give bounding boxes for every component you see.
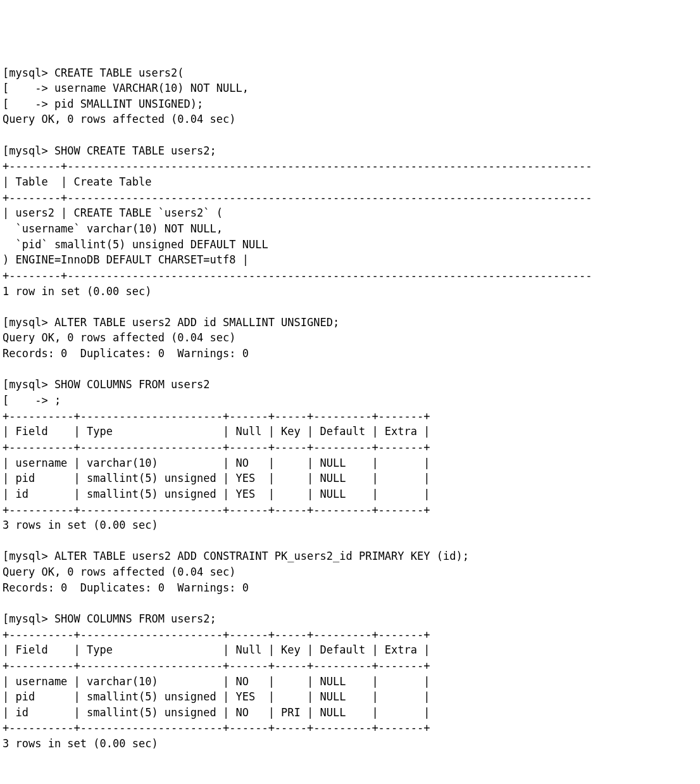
table-border-line: +----------+----------------------+-----… <box>3 439 697 455</box>
mysql-continuation-line: [ -> username VARCHAR(10) NOT NULL, <box>3 80 697 96</box>
mysql-prompt-line: [mysql> ALTER TABLE users2 ADD CONSTRAIN… <box>3 548 697 564</box>
query-ok-line: Query OK, 0 rows affected (0.04 sec) <box>3 564 697 580</box>
terminal-output-line: ) ENGINE=InnoDB DEFAULT CHARSET=utf8 | <box>3 252 697 268</box>
table-header-line: | Field | Type | Null | Key | Default | … <box>3 642 697 658</box>
mysql-prompt-line: [mysql> ALTER TABLE users2 ADD id SMALLI… <box>3 315 697 331</box>
blank-line <box>3 362 697 377</box>
table-row-line: | pid | smallint(5) unsigned | YES | | N… <box>3 471 697 486</box>
query-ok-line: Query OK, 0 rows affected (0.04 sec) <box>3 111 697 127</box>
mysql-prompt-line: [mysql> SHOW COLUMNS FROM users2 <box>3 377 697 393</box>
blank-line <box>3 533 697 549</box>
table-row-line: | id | smallint(5) unsigned | NO | PRI |… <box>3 705 697 721</box>
table-border-line: +--------+------------------------------… <box>3 158 697 174</box>
rows-in-set-line: 1 row in set (0.00 sec) <box>3 284 697 300</box>
table-border-line: +----------+----------------------+-----… <box>3 502 697 518</box>
table-header-line: | Table | Create Table <box>3 174 697 190</box>
table-row-line: | username | varchar(10) | NO | | NULL |… <box>3 455 697 471</box>
table-border-line: +--------+------------------------------… <box>3 268 697 284</box>
blank-line <box>3 595 697 611</box>
table-border-line: +--------+------------------------------… <box>3 190 697 206</box>
rows-in-set-line: 3 rows in set (0.00 sec) <box>3 736 697 752</box>
terminal-output-line: `pid` smallint(5) unsigned DEFAULT NULL <box>3 237 697 253</box>
records-summary-line: Records: 0 Duplicates: 0 Warnings: 0 <box>3 346 697 362</box>
mysql-continuation-line: [ -> pid SMALLINT UNSIGNED); <box>3 96 697 112</box>
mysql-terminal[interactable]: [mysql> CREATE TABLE users2([ -> usernam… <box>3 65 697 752</box>
mysql-continuation-line: [ -> ; <box>3 393 697 408</box>
table-row-line: | username | varchar(10) | NO | | NULL |… <box>3 674 697 690</box>
records-summary-line: Records: 0 Duplicates: 0 Warnings: 0 <box>3 580 697 596</box>
rows-in-set-line: 3 rows in set (0.00 sec) <box>3 517 697 533</box>
blank-line <box>3 127 697 143</box>
table-border-line: +----------+----------------------+-----… <box>3 408 697 424</box>
table-header-line: | Field | Type | Null | Key | Default | … <box>3 424 697 439</box>
mysql-prompt-line: [mysql> CREATE TABLE users2( <box>3 65 697 81</box>
mysql-prompt-line: [mysql> SHOW CREATE TABLE users2; <box>3 143 697 159</box>
table-border-line: +----------+----------------------+-----… <box>3 720 697 736</box>
table-row-line: | pid | smallint(5) unsigned | YES | | N… <box>3 689 697 705</box>
query-ok-line: Query OK, 0 rows affected (0.04 sec) <box>3 330 697 346</box>
terminal-output-line: `username` varchar(10) NOT NULL, <box>3 221 697 237</box>
blank-line <box>3 299 697 315</box>
mysql-prompt-line: [mysql> SHOW COLUMNS FROM users2; <box>3 611 697 627</box>
table-border-line: +----------+----------------------+-----… <box>3 658 697 674</box>
table-row-line: | id | smallint(5) unsigned | YES | | NU… <box>3 486 697 502</box>
table-border-line: +----------+----------------------+-----… <box>3 627 697 643</box>
table-row-line: | users2 | CREATE TABLE `users2` ( <box>3 205 697 221</box>
